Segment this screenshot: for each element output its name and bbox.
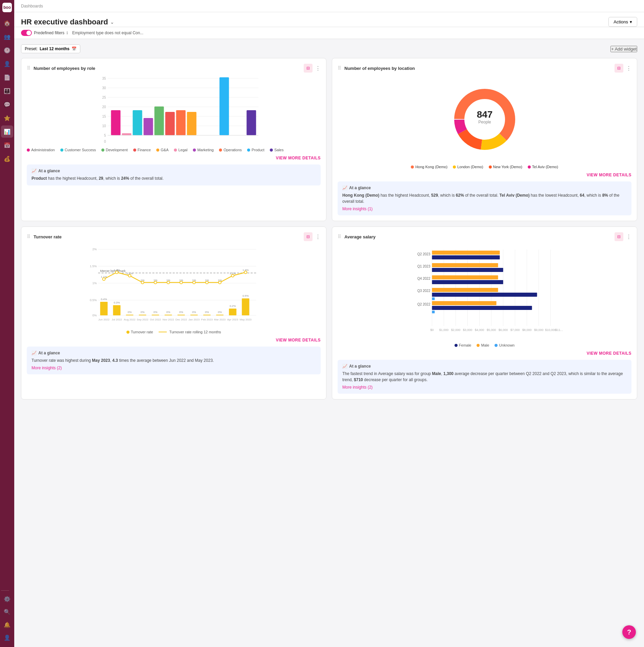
bar-q22023-male: [432, 251, 500, 255]
bar-chart-area: 35 30 25 20 15 10 5 0: [27, 77, 321, 144]
at-a-glance-salary: 📈 At a glance The fastest trend in Avera…: [338, 360, 631, 394]
bar-administration: [111, 110, 121, 135]
svg-text:Feb 2023: Feb 2023: [201, 318, 213, 321]
legend-marketing: Marketing: [193, 148, 214, 152]
sidebar-item-dollar[interactable]: 💰: [1, 153, 13, 165]
salary-chart-svg: Q2 2023 Q1 2023 Q4 2022: [338, 248, 631, 336]
at-a-glance-title-salary: 📈 At a glance: [342, 364, 627, 369]
widget-controls: ⊟ ⋮: [304, 64, 321, 73]
svg-text:0%: 0%: [92, 314, 97, 317]
svg-text:Q1 2023: Q1 2023: [417, 264, 430, 268]
legend-rolling: Turnover rate rolling 12 months: [159, 330, 221, 334]
sidebar-item-home[interactable]: 🏠: [1, 17, 13, 29]
sidebar-item-chat[interactable]: 💬: [1, 98, 13, 111]
widget-title: ⠿ Number of employees by role: [27, 65, 95, 71]
legend-legal: Legal: [174, 148, 187, 152]
view-more-link-role[interactable]: VIEW MORE DETAILS: [276, 156, 321, 160]
bar-aug22: [126, 315, 134, 315]
more-options-button-turnover[interactable]: ⋮: [315, 234, 321, 240]
chevron-down-icon[interactable]: ⌄: [110, 19, 114, 25]
sidebar-item-settings[interactable]: ⚙️: [1, 593, 13, 605]
legend-dot-customer-success: [60, 149, 63, 152]
filter-chip: Employment type does not equal Con...: [72, 31, 143, 35]
view-more-turnover[interactable]: VIEW MORE DETAILS: [27, 337, 321, 342]
bar-gna: [187, 112, 197, 135]
sidebar: boo 🏠 👥 🕐 👤 📄 👨‍👩‍👧 💬 ⭐ 📊 📅 💰 ⚙️ 🔍 🔔 👤: [0, 0, 14, 647]
bar-development: [155, 106, 164, 135]
preset-button[interactable]: Preset: Last 12 months 📅: [21, 44, 80, 53]
preset-value: Last 12 months: [40, 46, 69, 51]
view-more-link-location[interactable]: VIEW MORE DETAILS: [587, 173, 631, 177]
sidebar-item-user[interactable]: 👤: [1, 631, 13, 644]
sidebar-logo[interactable]: boo: [2, 3, 12, 12]
add-widget-button[interactable]: + Add widget: [610, 46, 637, 52]
sidebar-item-search[interactable]: 🔍: [1, 606, 13, 618]
widget-header-turnover: ⠿ Turnover rate ⊟ ⋮: [27, 232, 321, 241]
sidebar-bottom: ⚙️ 🔍 🔔 👤: [1, 588, 13, 644]
help-button[interactable]: ?: [622, 625, 636, 639]
sidebar-item-calendar[interactable]: 📅: [1, 139, 13, 151]
sidebar-item-clock[interactable]: 🕐: [1, 44, 13, 56]
bar-feb23: [203, 315, 211, 315]
legend-sales: Sales: [270, 148, 284, 152]
bar-jan23: [190, 315, 198, 315]
filter-icon: ⊟: [306, 66, 310, 71]
more-options-button[interactable]: ⋮: [315, 65, 321, 72]
legend-tel-aviv: Tel Aviv (Demo): [528, 165, 558, 169]
bar-oct22: [152, 315, 159, 315]
svg-text:Q2 2023: Q2 2023: [417, 252, 430, 256]
drag-handle-icon: ⠿: [27, 65, 30, 71]
legend-dot-hk: [411, 165, 414, 169]
sidebar-item-star[interactable]: ⭐: [1, 112, 13, 124]
legend-dot-product: [247, 149, 250, 152]
view-more-salary[interactable]: VIEW MORE DETAILS: [338, 351, 631, 356]
filter-button[interactable]: ⊟: [304, 64, 313, 73]
svg-text:20: 20: [102, 105, 106, 109]
svg-text:Sep 2022: Sep 2022: [137, 318, 148, 321]
sidebar-item-chart[interactable]: 📊: [1, 125, 13, 138]
svg-text:$4,000: $4,000: [475, 328, 484, 332]
chart-icon: 📈: [32, 351, 37, 355]
legend-customer-success: Customer Success: [60, 148, 96, 152]
more-insights-salary[interactable]: More insights (2): [342, 385, 627, 390]
legend-dot-administration: [27, 149, 30, 152]
actions-button[interactable]: Actions ▾: [608, 17, 637, 27]
sidebar-item-document[interactable]: 📄: [1, 71, 13, 83]
widget-header: ⠿ Number of employees by role ⊟ ⋮: [27, 64, 321, 73]
bar-jul22: [113, 305, 121, 315]
filters-bar: Predefined filters ℹ Employment type doe…: [14, 27, 644, 39]
svg-text:0%: 0%: [179, 311, 183, 314]
view-more-link-salary[interactable]: VIEW MORE DETAILS: [587, 351, 631, 356]
donut-chart-svg: 847 People: [447, 82, 522, 157]
view-more-link-turnover[interactable]: VIEW MORE DETAILS: [276, 338, 321, 342]
sidebar-item-person[interactable]: 👤: [1, 58, 13, 70]
sidebar-item-group[interactable]: 👨‍👩‍👧: [1, 85, 13, 97]
sidebar-item-people[interactable]: 👥: [1, 31, 13, 43]
widget-title-location: ⠿ Number of employees by location: [338, 65, 415, 71]
drag-handle-icon: ⠿: [338, 65, 341, 71]
sidebar-item-bell[interactable]: 🔔: [1, 619, 13, 631]
view-more-role[interactable]: VIEW MORE DETAILS: [27, 155, 321, 160]
bar-sep22: [139, 315, 146, 315]
filter-button-salary[interactable]: ⊟: [615, 232, 623, 241]
svg-text:0: 0: [104, 140, 106, 143]
widget-controls-turnover: ⊟ ⋮: [304, 232, 321, 241]
more-insights-location[interactable]: More insights (1): [342, 207, 627, 211]
more-options-button-salary[interactable]: ⋮: [626, 234, 631, 240]
filter-button-turnover[interactable]: ⊟: [304, 232, 313, 241]
more-insights-turnover[interactable]: More insights (2): [32, 366, 316, 370]
more-options-button-location[interactable]: ⋮: [626, 65, 631, 72]
widget-title-salary: ⠿ Average salary: [338, 234, 376, 239]
page-header: HR executive dashboard ⌄ Actions ▾: [14, 12, 644, 27]
filter-button-location[interactable]: ⊟: [615, 64, 623, 73]
svg-text:Q2 2022: Q2 2022: [417, 302, 430, 306]
bar-apr23: [229, 309, 237, 315]
main-content: Dashboards HR executive dashboard ⌄ Acti…: [14, 0, 644, 647]
svg-text:May 2023: May 2023: [240, 318, 252, 321]
topbar: Dashboards: [14, 0, 644, 12]
toggle-switch[interactable]: [21, 30, 32, 36]
svg-text:0.5%: 0.5%: [90, 298, 97, 302]
chart-icon: 📈: [342, 364, 347, 369]
predefined-filters-toggle[interactable]: Predefined filters ℹ: [21, 30, 68, 36]
view-more-location[interactable]: VIEW MORE DETAILS: [338, 172, 631, 177]
